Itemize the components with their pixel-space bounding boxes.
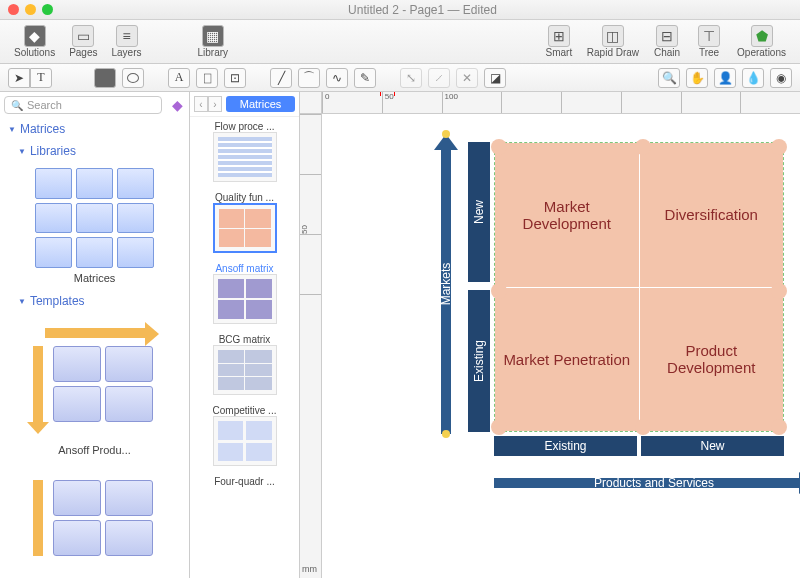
pages-button[interactable]: ▭Pages — [63, 23, 103, 60]
zoom-icon[interactable] — [42, 4, 53, 15]
label: Library — [198, 47, 229, 58]
libraries-section-header[interactable]: Libraries — [0, 140, 189, 162]
operations-button[interactable]: ⬟Operations — [731, 23, 792, 60]
label: Competitive ... — [213, 405, 277, 416]
label: Layers — [112, 47, 142, 58]
rapid-draw-button[interactable]: ◫Rapid Draw — [581, 23, 645, 60]
cell-market-penetration[interactable]: Market Penetration — [495, 288, 639, 432]
selection-handle-icon[interactable] — [771, 139, 787, 155]
label: Operations — [737, 47, 786, 58]
user-tool[interactable]: 👤 — [714, 68, 736, 88]
shape-ansoff-matrix[interactable]: Ansoff matrix — [190, 259, 299, 330]
matrix-grid[interactable]: Market Development Diversification Marke… — [494, 142, 784, 432]
smart-button[interactable]: ⊞Smart — [539, 23, 579, 60]
col-label-new[interactable]: New — [641, 436, 784, 456]
templates-section-header[interactable]: Templates — [0, 290, 189, 312]
selection-handle-icon[interactable] — [771, 419, 787, 435]
ruler-horizontal[interactable]: 0 50 100 — [322, 92, 800, 114]
library-button[interactable]: ▦Library — [192, 23, 235, 60]
shapes-category-select[interactable]: Matrices — [226, 96, 295, 112]
shape-quality-function[interactable]: Quality fun ... — [190, 188, 299, 259]
thumb-icon — [213, 203, 277, 253]
selection-handle-icon[interactable] — [635, 139, 651, 155]
search-input[interactable]: Search — [4, 96, 162, 114]
stamp-tool[interactable]: ◉ — [770, 68, 792, 88]
selection-handle-icon[interactable] — [491, 283, 507, 299]
handle-icon[interactable] — [442, 430, 450, 438]
eyedropper-tool[interactable]: 💧 — [742, 68, 764, 88]
label: Quality fun ... — [215, 192, 274, 203]
label: Pages — [69, 47, 97, 58]
cell-diversification[interactable]: Diversification — [640, 143, 784, 287]
handle-icon[interactable] — [442, 130, 450, 138]
ansoff-matrix-shape[interactable]: Markets New Existing Market Development … — [434, 134, 784, 454]
col-label-existing[interactable]: Existing — [494, 436, 637, 456]
cell-market-development[interactable]: Market Development — [495, 143, 639, 287]
node-tool[interactable]: ✕ — [456, 68, 478, 88]
window-controls — [8, 4, 53, 15]
forward-button[interactable]: › — [208, 96, 222, 112]
callout-tool[interactable]: ⊡ — [224, 68, 246, 88]
tick: 100 — [442, 92, 502, 113]
tick: 50 — [300, 174, 321, 234]
guide-mark — [394, 92, 395, 96]
template-ansoff[interactable]: Ansoff Produ... — [0, 312, 189, 462]
shape-four-quadrant[interactable]: Four-quadr ... — [190, 472, 299, 491]
markets-axis-arrow[interactable]: Markets — [434, 134, 458, 434]
textbox-tool[interactable]: ⎕ — [196, 68, 218, 88]
thumb-icon — [213, 416, 277, 466]
shape-flow-process[interactable]: Flow proce ... — [190, 117, 299, 188]
tick: 50 — [382, 92, 442, 113]
minimize-icon[interactable] — [25, 4, 36, 15]
tree-button[interactable]: ⊤Tree — [689, 23, 729, 60]
tick — [300, 114, 321, 174]
pen-tool[interactable]: ✎ — [354, 68, 376, 88]
line-tool[interactable]: ╱ — [270, 68, 292, 88]
chain-button[interactable]: ⊟Chain — [647, 23, 687, 60]
page[interactable]: Markets New Existing Market Development … — [322, 114, 800, 578]
spline-tool[interactable]: ∿ — [326, 68, 348, 88]
label: Chain — [654, 47, 680, 58]
filter-icon[interactable]: ◆ — [166, 97, 189, 113]
label: Rapid Draw — [587, 47, 639, 58]
tick — [561, 92, 621, 113]
selection-handle-icon[interactable] — [491, 139, 507, 155]
template-label: Ansoff Produ... — [58, 444, 131, 456]
back-button[interactable]: ‹ — [194, 96, 208, 112]
arc-tool[interactable]: ⌒ — [298, 68, 320, 88]
ruler-vertical[interactable]: 50 mm — [300, 114, 322, 578]
tick — [681, 92, 741, 113]
path-tool[interactable]: ⟋ — [428, 68, 450, 88]
connector-tool[interactable]: ⤡ — [400, 68, 422, 88]
selection-handle-icon[interactable] — [635, 419, 651, 435]
pointer-tool[interactable]: ➤ — [8, 68, 30, 88]
ellipse-tool[interactable] — [122, 68, 144, 88]
markets-axis-label: Markets — [439, 263, 453, 306]
zoom-tool[interactable]: 🔍 — [658, 68, 680, 88]
selection-handle-icon[interactable] — [771, 283, 787, 299]
products-axis-label: Products and Services — [594, 476, 714, 490]
row-label-new[interactable]: New — [468, 142, 490, 282]
close-icon[interactable] — [8, 4, 19, 15]
selection-handle-icon[interactable] — [491, 419, 507, 435]
canvas[interactable]: 0 50 100 50 mm Markets New — [300, 92, 800, 578]
layers-button[interactable]: ≡Layers — [106, 23, 148, 60]
cell-product-development[interactable]: Product Development — [640, 288, 784, 432]
shape-competitive[interactable]: Competitive ... — [190, 401, 299, 472]
shape-bcg-matrix[interactable]: BCG matrix — [190, 330, 299, 401]
template-thumb-icon — [25, 474, 165, 578]
label: BCG matrix — [219, 334, 271, 345]
text-a-tool[interactable]: A — [168, 68, 190, 88]
template-2[interactable] — [0, 462, 189, 578]
hand-tool[interactable]: ✋ — [686, 68, 708, 88]
products-axis-arrow[interactable]: Products and Services — [494, 472, 800, 494]
libraries-thumb[interactable]: Matrices — [0, 162, 189, 290]
rect-tool[interactable] — [94, 68, 116, 88]
shapes-header: ‹ › Matrices — [190, 92, 299, 117]
crop-tool[interactable]: ◪ — [484, 68, 506, 88]
matrices-section-header[interactable]: Matrices — [0, 118, 189, 140]
row-label-existing[interactable]: Existing — [468, 290, 490, 432]
tick: 0 — [322, 92, 382, 113]
text-tool[interactable]: T — [30, 68, 52, 88]
solutions-button[interactable]: ◆Solutions — [8, 23, 61, 60]
